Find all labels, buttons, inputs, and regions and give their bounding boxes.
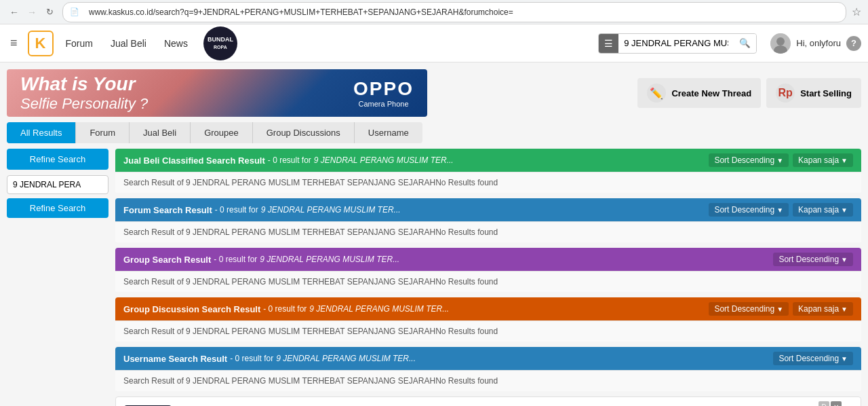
kaskus-logo[interactable]: K [28, 31, 54, 56]
ad-section: D ✕ KAMIS GANTENG – ASUS ZENFONE 2... Ha… [115, 396, 861, 406]
result-body-group: Search Result of 9 JENDRAL PERANG MUSLIM… [115, 271, 861, 292]
result-section-username: Username Search Result - 0 result for 9 … [115, 347, 861, 391]
action-buttons: ✏️ Create New Thread Rp Start Selling [637, 78, 861, 108]
bookmark-button[interactable]: ☆ [852, 5, 861, 18]
time-dropdown-jualbeli[interactable]: Kapan saja ▼ [793, 153, 853, 167]
ad-badge: D ✕ [818, 401, 842, 406]
browser-chrome: ← → ↻ 📄 ☆ [0, 0, 868, 24]
result-header-username: Username Search Result - 0 result for 9 … [115, 347, 861, 370]
search-menu-button[interactable]: ☰ [599, 34, 618, 53]
chevron-down-icon: ▼ [776, 206, 783, 214]
tab-forum[interactable]: Forum [76, 122, 130, 143]
tab-groupee[interactable]: Groupee [191, 122, 253, 143]
avatar [770, 33, 791, 54]
sort-dropdown-forum[interactable]: Sort Descending ▼ [709, 203, 789, 217]
result-body-jualbeli: Search Result of 9 JENDRAL PERANG MUSLIM… [115, 172, 861, 193]
sort-dropdown-group-disc[interactable]: Sort Descending ▼ [709, 302, 789, 316]
nav-jualbeli[interactable]: Jual Beli [105, 38, 152, 49]
chevron-down-icon: ▼ [841, 355, 848, 363]
chevron-down-icon: ▼ [776, 306, 783, 313]
result-section-forum: Forum Search Result - 0 result for 9 JEN… [115, 198, 861, 242]
help-button[interactable]: ? [846, 36, 861, 51]
create-icon: ✏️ [647, 84, 666, 103]
start-selling-button[interactable]: Rp Start Selling [766, 78, 861, 108]
nav-forum[interactable]: Forum [60, 38, 98, 49]
bundal-ropa-logo: BUNDAL ROPA [203, 26, 237, 60]
chevron-down-icon: ▼ [776, 157, 783, 164]
sell-icon: Rp [776, 84, 795, 103]
nav-right: Hi, onlyforu ? [770, 33, 861, 54]
banner-oppo: OPPO Camera Phone [353, 78, 414, 108]
forward-button[interactable]: → [24, 5, 39, 20]
sort-dropdown-group[interactable]: Sort Descending ▼ [773, 253, 853, 266]
results-area: Jual Beli Classified Search Result - 0 r… [115, 149, 861, 406]
result-header-group: Group Search Result - 0 result for 9 JEN… [115, 248, 861, 271]
sort-dropdown-username[interactable]: Sort Descending ▼ [773, 352, 853, 365]
result-section-jualbeli: Jual Beli Classified Search Result - 0 r… [115, 149, 861, 193]
result-header-group-disc: Group Discussion Search Result - 0 resul… [115, 297, 861, 320]
nav-buttons: ← → ↻ [7, 5, 57, 20]
chevron-down-icon: ▼ [841, 206, 848, 214]
back-button[interactable]: ← [7, 5, 22, 20]
refine-search-input[interactable] [7, 175, 108, 194]
result-header-forum: Forum Search Result - 0 result for 9 JEN… [115, 198, 861, 221]
ad-close-button[interactable]: ✕ [831, 401, 842, 406]
nav-news[interactable]: News [159, 38, 193, 49]
result-body-group-disc: Search Result of 9 JENDRAL PERANG MUSLIM… [115, 320, 861, 342]
chevron-down-icon: ▼ [841, 157, 848, 164]
tab-all-results[interactable]: All Results [7, 122, 76, 143]
page-icon: 📄 [70, 7, 79, 16]
filter-tabs: All Results Forum Jual Beli Groupee Grou… [0, 122, 868, 143]
reload-button[interactable]: ↻ [42, 5, 57, 20]
time-dropdown-group-disc[interactable]: Kapan saja ▼ [793, 302, 853, 316]
search-submit-button[interactable]: 🔍 [734, 34, 756, 52]
result-section-group: Group Search Result - 0 result for 9 JEN… [115, 248, 861, 292]
banner-area: What is Your Selfie Personality ? OPPO C… [0, 62, 868, 122]
tab-group-discussions[interactable]: Group Discussions [253, 122, 355, 143]
result-body-username: Search Result of 9 JENDRAL PERANG MUSLIM… [115, 370, 861, 391]
refine-top-button[interactable]: Refine Search [7, 149, 108, 170]
tab-username[interactable]: Username [355, 122, 422, 143]
hamburger-button[interactable]: ≡ [7, 36, 21, 50]
chevron-down-icon: ▼ [841, 306, 848, 313]
svg-point-1 [776, 37, 785, 45]
left-sidebar: Refine Search Refine Search [7, 149, 115, 406]
search-input[interactable] [618, 34, 734, 52]
refine-button[interactable]: Refine Search [7, 198, 108, 218]
result-body-forum: Search Result of 9 JENDRAL PERANG MUSLIM… [115, 221, 861, 242]
main-layout: Refine Search Refine Search Jual Beli Cl… [0, 149, 868, 406]
create-thread-button[interactable]: ✏️ Create New Thread [637, 78, 761, 108]
banner-ad[interactable]: What is Your Selfie Personality ? OPPO C… [7, 69, 427, 117]
chevron-down-icon: ▼ [841, 256, 848, 263]
site-navbar: ≡ K Forum Jual Beli News BUNDAL ROPA ☰ 🔍… [0, 24, 868, 62]
banner-text: What is Your Selfie Personality ? [20, 73, 148, 113]
result-header-jualbeli: Jual Beli Classified Search Result - 0 r… [115, 149, 861, 172]
sort-dropdown-jualbeli[interactable]: Sort Descending ▼ [709, 153, 789, 167]
username-display: Hi, onlyforu [796, 38, 841, 48]
ad-info-button[interactable]: D [818, 401, 829, 406]
address-bar[interactable] [82, 4, 839, 20]
time-dropdown-forum[interactable]: Kapan saja ▼ [793, 203, 853, 217]
tab-jual-beli[interactable]: Jual Beli [130, 122, 191, 143]
search-area: ☰ 🔍 [598, 33, 757, 54]
result-section-group-disc: Group Discussion Search Result - 0 resul… [115, 297, 861, 342]
